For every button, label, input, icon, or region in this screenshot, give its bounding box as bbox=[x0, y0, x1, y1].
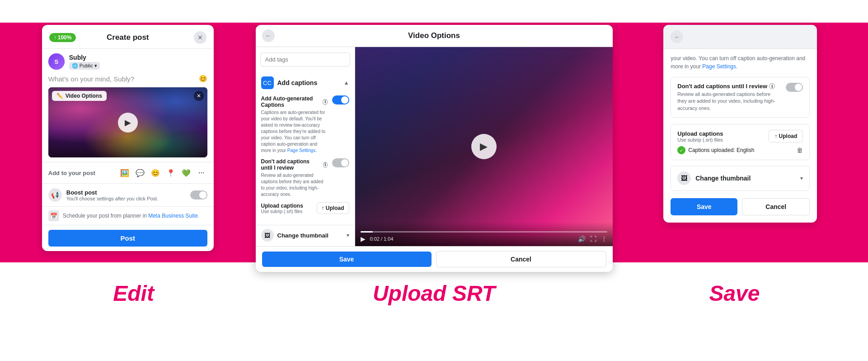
sp-change-thumbnail-label: Change thumbnail bbox=[695, 175, 751, 182]
progress-fill bbox=[361, 231, 373, 233]
sp-body: your video. You can turn off caption aut… bbox=[663, 49, 817, 223]
delete-captions-icon[interactable]: 🗑 bbox=[797, 147, 803, 154]
vo-play-button[interactable]: ▶ bbox=[471, 134, 497, 159]
video-close-button[interactable]: ✕ bbox=[194, 91, 204, 101]
emoji-icon: 😊 bbox=[199, 75, 207, 83]
sp-thumbnail-row[interactable]: 🖼 Change thumbnail ▾ bbox=[677, 171, 803, 185]
page-settings-link[interactable]: Page Settings. bbox=[287, 148, 317, 153]
boost-subtitle: You'll choose settings after you click P… bbox=[66, 196, 186, 201]
vo-back-button[interactable]: ← bbox=[262, 29, 275, 42]
post-icons-row: 🖼️ 💬 😊 📍 💚 ··· bbox=[119, 167, 207, 179]
vo-save-button[interactable]: Save bbox=[262, 252, 432, 267]
captions-icon: CC bbox=[261, 76, 274, 89]
check-icon: ✓ bbox=[677, 146, 685, 154]
save-label: Save bbox=[709, 281, 760, 305]
sp-thumbnail-section: 🖼 Change thumbnail ▾ bbox=[671, 166, 810, 191]
play-button[interactable]: ▶ bbox=[118, 113, 138, 133]
sp-captions-uploaded: ✓ Captions uploaded: English 🗑 bbox=[677, 146, 803, 154]
save-panel: ← your video. You can turn off caption a… bbox=[663, 25, 817, 223]
schedule-text: Schedule your post from planner in Meta … bbox=[63, 213, 199, 219]
post-button[interactable]: Post bbox=[48, 230, 207, 247]
tags-input[interactable] bbox=[260, 52, 350, 66]
thumbnail-chevron-icon: ▾ bbox=[347, 232, 349, 238]
public-badge[interactable]: 🌐 Public ▾ bbox=[69, 62, 100, 70]
create-post-panel: ↑ 100% Create post ✕ S Subly bbox=[42, 25, 214, 251]
video-controls: ▶ 0:02 / 1:04 🔊 bbox=[355, 222, 613, 246]
sp-dont-add-title: Don't add captions until I review ℹ bbox=[677, 83, 780, 90]
panel1-wrapper: ↑ 100% Create post ✕ S Subly bbox=[0, 25, 256, 251]
more-options-icon[interactable]: ⋮ bbox=[601, 235, 607, 242]
sp-cancel-button[interactable]: Cancel bbox=[742, 198, 810, 215]
auto-captions-toggle[interactable] bbox=[332, 95, 349, 104]
schedule-row: 📅 Schedule your post from planner in Met… bbox=[42, 207, 214, 225]
user-info: Subly 🌐 Public ▾ bbox=[69, 54, 100, 70]
current-time: 0:02 bbox=[370, 236, 380, 242]
sp-description: your video. You can turn off caption aut… bbox=[671, 54, 810, 71]
whatsapp-icon[interactable]: 💚 bbox=[180, 167, 192, 179]
sp-upload-label-group: Upload captions Use subrip (.srt) files bbox=[677, 130, 723, 142]
panel3-wrapper: ← your video. You can turn off caption a… bbox=[613, 25, 868, 223]
play-icon: ▶ bbox=[125, 118, 131, 128]
dont-add-desc: Review all auto-generated captions befor… bbox=[261, 172, 328, 198]
captions-section-header[interactable]: CC Add captions ▲ bbox=[256, 73, 355, 93]
photo-icon[interactable]: 🖼️ bbox=[119, 167, 131, 179]
meta-business-suite-link[interactable]: Meta Business Suite. bbox=[148, 213, 199, 219]
messenger-icon[interactable]: 💬 bbox=[134, 167, 146, 179]
boost-toggle[interactable] bbox=[190, 190, 207, 200]
captions-uploaded-text: Captions uploaded: English bbox=[688, 147, 754, 153]
upload-srt-label-item: Upload SRT bbox=[267, 281, 601, 306]
sp-dont-add-section: Don't add captions until I review ℹ Revi… bbox=[671, 77, 810, 118]
sp-dont-add-info-icon[interactable]: ℹ bbox=[769, 83, 775, 89]
upload-button[interactable]: ↑ Upload bbox=[317, 202, 349, 214]
vo-right-panel: ▶ ▶ 0:02 bbox=[355, 47, 613, 246]
auto-captions-row: Add Auto-generated Captions ℹ Captions a… bbox=[261, 95, 349, 154]
upload-captions-sub: Use subrip (.srt) files bbox=[261, 209, 303, 214]
progress-bar[interactable] bbox=[361, 231, 607, 233]
upload-captions-label: Upload captions bbox=[261, 203, 303, 209]
auto-captions-text: Add Auto-generated Captions ℹ Captions a… bbox=[261, 95, 328, 154]
sp-back-button[interactable]: ← bbox=[671, 30, 683, 43]
cp-user-row: S Subly 🌐 Public ▾ bbox=[42, 49, 214, 72]
sp-dont-add-title-label: Don't add captions until I review bbox=[677, 83, 767, 90]
edit-label-item: Edit bbox=[0, 281, 267, 306]
battery-percent: 100% bbox=[58, 34, 72, 41]
more-icon[interactable]: ··· bbox=[196, 167, 207, 179]
boost-row: 📢 Boost post You'll choose settings afte… bbox=[42, 184, 214, 207]
battery-arrow: ↑ bbox=[54, 34, 56, 41]
back-arrow-icon: ← bbox=[265, 32, 272, 39]
cp-header: ↑ 100% Create post ✕ bbox=[42, 25, 214, 49]
change-thumbnail-row[interactable]: 🖼 Change thumbnail ▾ bbox=[256, 225, 355, 245]
fullscreen-icon[interactable]: ⛶ bbox=[590, 235, 596, 242]
location-icon[interactable]: 📍 bbox=[165, 167, 177, 179]
add-captions-label: Add captions bbox=[277, 79, 318, 86]
video-options-button[interactable]: ✏️ Video Options bbox=[52, 91, 107, 101]
vo-header: ← Video Options bbox=[256, 25, 613, 47]
create-post-title: Create post bbox=[107, 33, 149, 42]
panel2-wrapper: ← Video Options CC bbox=[256, 25, 613, 272]
boost-title: Boost post bbox=[66, 189, 186, 196]
sp-dont-add-desc: Review all auto-generated captions befor… bbox=[677, 91, 780, 112]
play-ctrl-icon[interactable]: ▶ bbox=[361, 235, 366, 242]
dont-add-captions-toggle[interactable] bbox=[332, 158, 349, 167]
edit-label: Edit bbox=[113, 281, 154, 305]
upload-srt-label: Upload SRT bbox=[373, 281, 495, 305]
sp-page-settings-link[interactable]: Page Settings. bbox=[702, 63, 737, 70]
whats-on-mind: What's on your mind, Subly? 😊 bbox=[42, 72, 214, 87]
emoji-add-icon[interactable]: 😊 bbox=[150, 167, 161, 179]
close-button[interactable]: ✕ bbox=[194, 31, 206, 44]
sp-desc-text: your video. You can turn off caption aut… bbox=[671, 55, 805, 70]
sp-dont-add-toggle[interactable] bbox=[786, 83, 803, 92]
dont-add-info-icon[interactable]: ℹ bbox=[323, 162, 328, 168]
user-name: Subly bbox=[69, 54, 100, 61]
vo-cancel-button[interactable]: Cancel bbox=[436, 251, 606, 267]
sp-thumbnail-icon: 🖼 bbox=[677, 171, 691, 185]
auto-captions-desc-text: Captions are auto-generated for your vid… bbox=[261, 110, 326, 153]
sp-save-button[interactable]: Save bbox=[671, 198, 737, 215]
sp-thumbnail-chevron-icon: ▾ bbox=[800, 175, 803, 181]
thumbnail-left: 🖼 Change thumbnail bbox=[261, 229, 328, 242]
volume-icon[interactable]: 🔊 bbox=[578, 235, 586, 242]
schedule-text-label: Schedule your post from planner in bbox=[63, 213, 147, 219]
auto-captions-info-icon[interactable]: ℹ bbox=[323, 99, 328, 105]
sp-upload-button[interactable]: ↑ Upload bbox=[769, 130, 803, 142]
captions-section-content: Add Auto-generated Captions ℹ Captions a… bbox=[256, 93, 355, 223]
